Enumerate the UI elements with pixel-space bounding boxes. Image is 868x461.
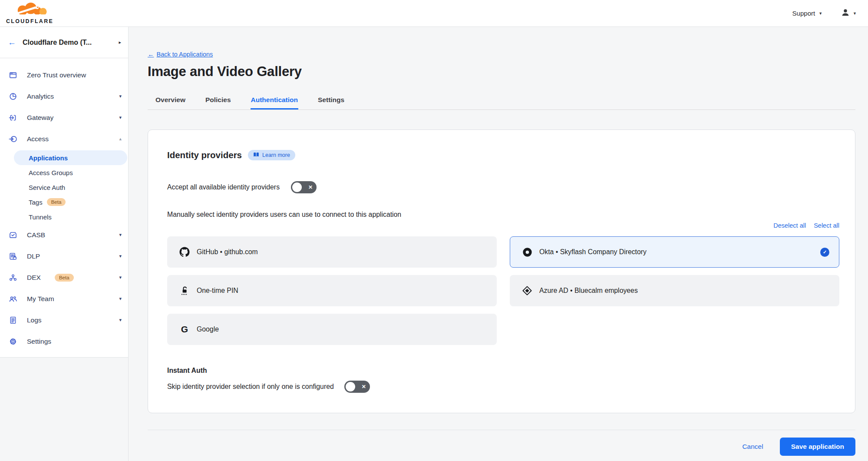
- back-arrow-icon[interactable]: ←: [8, 38, 16, 47]
- chevron-right-icon[interactable]: ▸: [119, 40, 121, 45]
- sidebar-item-settings[interactable]: Settings: [0, 331, 128, 352]
- beta-badge: Beta: [47, 198, 66, 206]
- accept-all-label: Accept all available identity providers: [167, 183, 280, 191]
- provider-tile-one-time-pin[interactable]: One-time PIN: [167, 275, 497, 306]
- provider-label: Azure AD • Bluecalm employees: [539, 287, 638, 295]
- provider-tile-okta[interactable]: Okta • Skyflash Company Directory ✓: [510, 236, 839, 268]
- sidebar-item-label: Settings: [27, 338, 51, 345]
- beta-badge: Beta: [55, 274, 74, 282]
- tab-policies[interactable]: Policies: [205, 92, 231, 109]
- sidebar-item-label: Logs: [27, 316, 42, 324]
- sidebar-item-tags[interactable]: Tags Beta: [0, 195, 128, 209]
- sidebar-item-label: Analytics: [27, 93, 54, 100]
- topbar: CLOUDFLARE Support ▼ ▼: [0, 0, 868, 27]
- cloudflare-cloud-icon: [9, 2, 51, 18]
- dex-icon: [9, 273, 17, 282]
- sidebar-item-label: Service Auth: [29, 184, 65, 191]
- accept-all-toggle[interactable]: ✕: [291, 181, 317, 193]
- sidebar-item-label: Zero Trust overview: [27, 71, 86, 79]
- sidebar-item-tunnels[interactable]: Tunnels: [0, 209, 128, 224]
- toggle-knob: [346, 382, 355, 391]
- caret-down-icon: ▾: [119, 93, 122, 99]
- sidebar-item-zero-trust-overview[interactable]: Zero Trust overview: [0, 64, 128, 86]
- access-icon: [9, 135, 17, 143]
- sidebar-item-gateway[interactable]: Gateway ▾: [0, 107, 128, 128]
- page-title: Image and Video Gallery: [148, 64, 855, 80]
- team-icon: [9, 295, 17, 303]
- manual-select-text: Manually select identity providers users…: [167, 211, 839, 219]
- sidebar-item-casb[interactable]: CASB ▾: [0, 224, 128, 245]
- sidebar-item-access[interactable]: Access ▴: [0, 128, 128, 149]
- cloudflare-logo[interactable]: CLOUDFLARE: [6, 2, 53, 24]
- user-avatar-icon: [841, 8, 850, 19]
- sidebar-item-label: Access Groups: [29, 169, 73, 176]
- instant-auth-heading: Instant Auth: [167, 367, 839, 375]
- account-name[interactable]: Cloudflare Demo (T...: [23, 39, 112, 46]
- sidebar-item-dex[interactable]: DEX Beta ▾: [0, 267, 128, 288]
- sidebar-item-my-team[interactable]: My Team ▾: [0, 288, 128, 309]
- sidebar-item-label: Tunnels: [29, 213, 52, 221]
- instant-auth-toggle[interactable]: ✕: [344, 381, 370, 393]
- toggle-knob: [292, 182, 302, 192]
- support-menu[interactable]: Support ▼: [792, 10, 822, 17]
- back-to-applications-link[interactable]: ← Back to Applications: [148, 51, 213, 58]
- cloudflare-wordmark: CLOUDFLARE: [6, 18, 53, 24]
- identity-providers-card: Identity providers Learn more Accept all…: [148, 129, 855, 413]
- sidebar-item-label: DEX: [27, 274, 41, 282]
- learn-more-badge[interactable]: Learn more: [248, 150, 295, 160]
- caret-up-icon: ▴: [119, 136, 122, 142]
- caret-down-icon: ▼: [853, 11, 857, 16]
- gear-icon: [9, 337, 17, 346]
- access-submenu: Applications Access Groups Service Auth …: [0, 150, 128, 224]
- azure-ad-icon: [521, 285, 533, 296]
- tab-overview[interactable]: Overview: [155, 92, 186, 109]
- page-footer: Cancel Save application: [148, 430, 855, 456]
- toggle-x-icon: ✕: [308, 184, 313, 190]
- back-link-label: Back to Applications: [157, 51, 213, 58]
- select-all-link[interactable]: Select all: [814, 222, 839, 229]
- card-heading: Identity providers: [167, 150, 242, 160]
- caret-down-icon: ▾: [119, 232, 122, 238]
- gateway-icon: [9, 113, 17, 122]
- caret-down-icon: ▾: [119, 275, 122, 280]
- provider-tile-github[interactable]: GitHub • github.com: [167, 236, 497, 268]
- support-label: Support: [792, 10, 815, 17]
- sidebar-item-applications[interactable]: Applications: [14, 150, 127, 165]
- provider-tile-azure-ad[interactable]: Azure AD • Bluecalm employees: [510, 275, 839, 306]
- caret-down-icon: ▼: [818, 11, 822, 16]
- provider-label: GitHub • github.com: [197, 248, 258, 256]
- logs-icon: [9, 316, 17, 325]
- main-content: ← Back to Applications Image and Video G…: [129, 27, 868, 461]
- deselect-all-link[interactable]: Deselect all: [773, 222, 806, 229]
- one-time-pin-icon: [179, 285, 190, 296]
- dlp-icon: [9, 252, 17, 261]
- cancel-button[interactable]: Cancel: [742, 443, 763, 451]
- sidebar-item-service-auth[interactable]: Service Auth: [0, 180, 128, 195]
- provider-label: Google: [197, 325, 219, 333]
- back-arrow-icon: ←: [148, 51, 154, 58]
- toggle-x-icon: ✕: [362, 384, 366, 390]
- learn-more-label: Learn more: [262, 152, 290, 158]
- save-application-button[interactable]: Save application: [780, 438, 855, 456]
- sidebar-item-access-groups[interactable]: Access Groups: [0, 165, 128, 180]
- sidebar-item-logs[interactable]: Logs ▾: [0, 309, 128, 331]
- caret-down-icon: ▾: [119, 317, 122, 323]
- sidebar-item-analytics[interactable]: Analytics ▾: [0, 86, 128, 107]
- sidebar: ← Cloudflare Demo (T... ▸ Zero Trust ove…: [0, 27, 129, 461]
- provider-label: Okta • Skyflash Company Directory: [539, 248, 647, 256]
- sidebar-item-label: Gateway: [27, 114, 53, 122]
- tab-settings[interactable]: Settings: [317, 92, 345, 109]
- provider-label: One-time PIN: [197, 287, 238, 295]
- okta-icon: [521, 246, 533, 258]
- instant-auth-label: Skip identity provider selection if only…: [167, 383, 334, 391]
- github-icon: [179, 246, 190, 258]
- caret-down-icon: ▾: [119, 253, 122, 259]
- sidebar-item-label: Tags: [29, 199, 43, 206]
- sidebar-item-label: Access: [27, 135, 49, 143]
- sidebar-item-dlp[interactable]: DLP ▾: [0, 245, 128, 267]
- user-menu[interactable]: ▼: [841, 8, 857, 19]
- provider-tile-google[interactable]: G Google: [167, 314, 497, 345]
- sidebar-nav: Zero Trust overview Analytics ▾: [0, 58, 128, 357]
- selected-check-icon: ✓: [820, 248, 829, 257]
- tab-authentication[interactable]: Authentication: [251, 92, 299, 109]
